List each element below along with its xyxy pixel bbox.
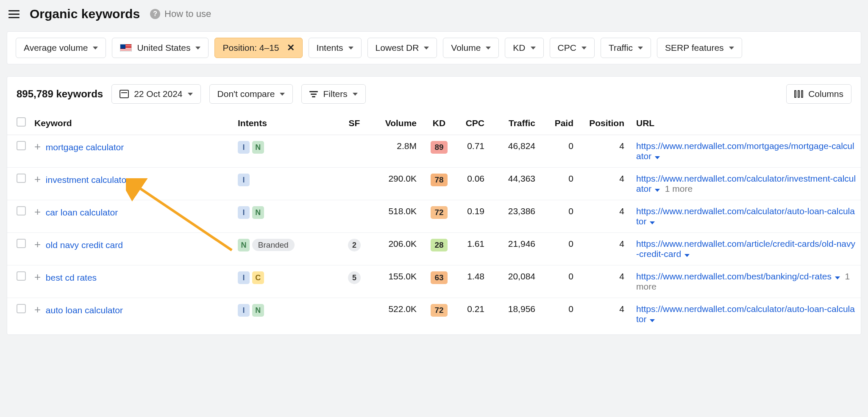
row-checkbox[interactable] xyxy=(17,174,26,183)
chevron-down-icon xyxy=(93,47,98,50)
chevron-down-icon[interactable] xyxy=(835,276,840,279)
table-row: + car loan calculatorI N 518.0K720.1923,… xyxy=(7,200,861,233)
help-icon: ? xyxy=(150,9,160,19)
sf-count[interactable]: 2 xyxy=(348,239,361,251)
kd-badge: 72 xyxy=(431,206,448,219)
intent-badge: N xyxy=(252,141,264,154)
url-link[interactable]: https://www.nerdwallet.com/article/credi… xyxy=(636,239,855,259)
position-cell: 4 xyxy=(581,135,632,168)
expand-icon[interactable]: + xyxy=(34,173,41,185)
keyword-link[interactable]: old navy credit card xyxy=(46,240,123,250)
expand-icon[interactable]: + xyxy=(34,303,41,316)
col-paid[interactable]: Paid xyxy=(543,111,581,135)
filter-intents[interactable]: Intents xyxy=(309,38,362,58)
cpc-cell: 0.06 xyxy=(454,168,492,200)
keyword-link[interactable]: car loan calculator xyxy=(46,207,118,217)
chevron-down-icon[interactable] xyxy=(650,319,655,322)
position-cell: 4 xyxy=(581,168,632,200)
intent-badge: I xyxy=(238,271,250,284)
row-checkbox[interactable] xyxy=(17,141,26,150)
col-url[interactable]: URL xyxy=(632,111,861,135)
cpc-cell: 1.61 xyxy=(454,233,492,265)
filter-lowest-dr[interactable]: Lowest DR xyxy=(367,38,437,58)
filter-average-volume[interactable]: Average volume xyxy=(16,38,106,58)
keyword-count: 895,789 keywords xyxy=(17,88,103,100)
keyword-link[interactable]: mortgage calculator xyxy=(46,142,124,152)
chevron-down-icon[interactable] xyxy=(684,254,690,257)
date-picker[interactable]: 22 Oct 2024 xyxy=(111,84,200,104)
row-checkbox[interactable] xyxy=(17,239,26,248)
col-position[interactable]: Position xyxy=(581,111,632,135)
expand-icon[interactable]: + xyxy=(34,271,41,283)
filter-country[interactable]: United States xyxy=(112,38,209,58)
chevron-down-icon[interactable] xyxy=(650,221,655,224)
kd-badge: 78 xyxy=(431,174,448,186)
intent-badge: N xyxy=(252,206,264,219)
row-checkbox[interactable] xyxy=(17,271,26,281)
paid-cell: 0 xyxy=(543,168,581,200)
traffic-cell: 44,363 xyxy=(492,168,543,200)
expand-icon[interactable]: + xyxy=(34,205,41,218)
col-traffic[interactable]: Traffic xyxy=(492,111,543,135)
url-link[interactable]: https://www.nerdwallet.com/mortgages/mor… xyxy=(636,141,854,161)
kd-badge: 28 xyxy=(431,239,448,251)
close-icon[interactable]: ✕ xyxy=(287,42,295,53)
sf-count[interactable]: 5 xyxy=(348,271,361,284)
position-cell: 4 xyxy=(581,233,632,265)
columns-button[interactable]: Columns xyxy=(786,84,851,104)
intent-badge: I xyxy=(238,206,250,219)
traffic-cell: 23,386 xyxy=(492,200,543,233)
cpc-cell: 0.19 xyxy=(454,200,492,233)
filter-serp-features[interactable]: SERP features xyxy=(657,38,742,58)
chevron-down-icon xyxy=(348,47,353,50)
col-volume[interactable]: Volume xyxy=(369,111,424,135)
keyword-link[interactable]: investment calculator xyxy=(46,175,129,185)
hamburger-menu[interactable] xyxy=(8,10,19,18)
row-checkbox[interactable] xyxy=(17,304,26,313)
expand-icon[interactable]: + xyxy=(34,140,41,153)
kd-badge: 89 xyxy=(431,141,448,154)
us-flag-icon xyxy=(120,44,132,52)
filter-kd[interactable]: KD xyxy=(505,38,543,58)
traffic-cell: 20,084 xyxy=(492,265,543,298)
filters-button[interactable]: Filters xyxy=(301,84,365,104)
volume-cell: 518.0K xyxy=(369,200,424,233)
branded-tag: Branded xyxy=(252,239,295,251)
filter-volume[interactable]: Volume xyxy=(443,38,499,58)
table-row: + mortgage calculatorI N 2.8M890.7146,82… xyxy=(7,135,861,168)
keyword-link[interactable]: best cd rates xyxy=(46,273,97,282)
keyword-link[interactable]: auto loan calculator xyxy=(46,305,123,315)
intent-badge: I xyxy=(238,141,250,154)
chevron-down-icon[interactable] xyxy=(655,156,660,159)
intent-badge: C xyxy=(252,271,264,284)
how-to-use-link[interactable]: ? How to use xyxy=(150,8,211,19)
col-sf[interactable]: SF xyxy=(339,111,369,135)
col-cpc[interactable]: CPC xyxy=(454,111,492,135)
kd-badge: 63 xyxy=(431,271,448,284)
more-urls[interactable]: 1 more xyxy=(665,184,693,193)
position-cell: 4 xyxy=(581,265,632,298)
results-panel: 895,789 keywords 22 Oct 2024 Don't compa… xyxy=(7,76,861,335)
calendar-icon xyxy=(120,90,129,98)
url-link[interactable]: https://www.nerdwallet.com/calculator/au… xyxy=(636,304,855,324)
volume-cell: 155.0K xyxy=(369,265,424,298)
url-link[interactable]: https://www.nerdwallet.com/best/banking/… xyxy=(636,271,832,281)
row-checkbox[interactable] xyxy=(17,206,26,215)
chevron-down-icon xyxy=(638,47,643,50)
position-cell: 4 xyxy=(581,298,632,331)
traffic-cell: 21,946 xyxy=(492,233,543,265)
col-intents[interactable]: Intents xyxy=(234,111,339,135)
compare-dropdown[interactable]: Don't compare xyxy=(209,84,293,104)
filter-traffic[interactable]: Traffic xyxy=(601,38,651,58)
col-keyword[interactable]: Keyword xyxy=(30,111,234,135)
chevron-down-icon xyxy=(280,93,285,96)
chevron-down-icon[interactable] xyxy=(655,189,660,192)
expand-icon[interactable]: + xyxy=(34,238,41,251)
filter-position-active[interactable]: Position: 4–15 ✕ xyxy=(214,38,302,58)
select-all-checkbox[interactable] xyxy=(17,117,26,127)
chevron-down-icon xyxy=(729,47,734,50)
columns-icon xyxy=(794,90,803,98)
url-link[interactable]: https://www.nerdwallet.com/calculator/au… xyxy=(636,206,855,226)
col-kd[interactable]: KD xyxy=(424,111,454,135)
filter-cpc[interactable]: CPC xyxy=(550,38,595,58)
